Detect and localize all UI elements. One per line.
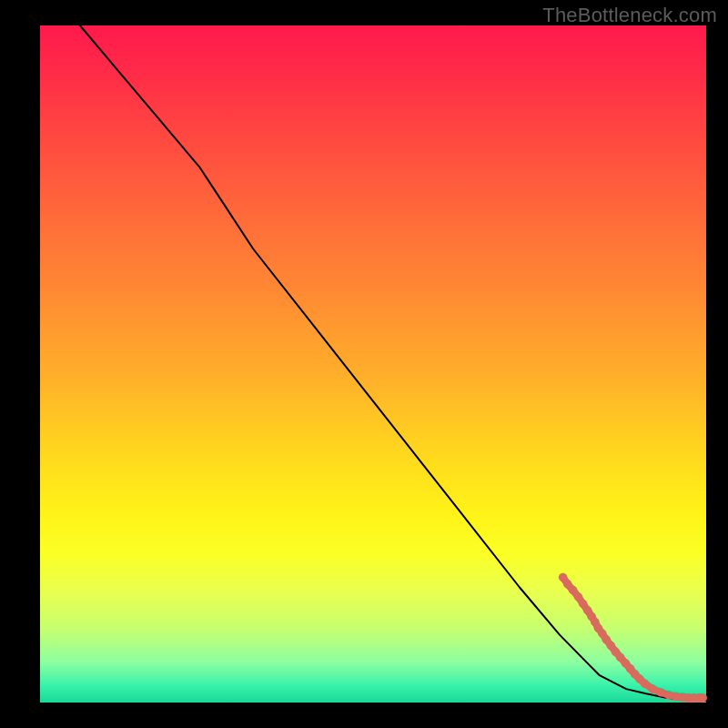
data-point [657, 688, 665, 696]
bottleneck-curve [80, 25, 706, 701]
data-point [699, 693, 707, 702]
chart-overlay [40, 25, 706, 703]
data-point [649, 685, 657, 693]
data-point [665, 691, 673, 699]
app-frame: TheBottleneck.com [0, 0, 728, 728]
data-points-group [559, 573, 707, 702]
data-point [641, 680, 649, 688]
data-point [569, 586, 577, 594]
chart-plot-area [40, 25, 706, 703]
data-point [574, 592, 582, 601]
watermark-label: TheBottleneck.com [542, 4, 717, 27]
